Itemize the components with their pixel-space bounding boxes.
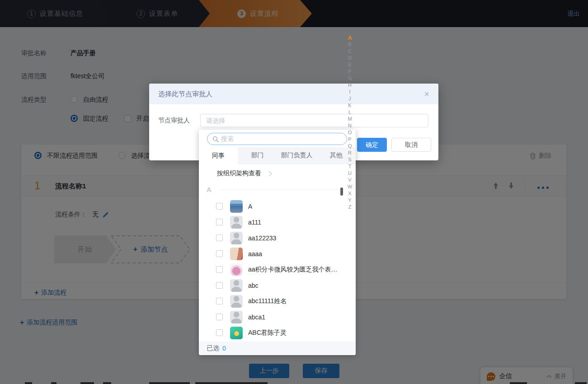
alphabet-index-letter[interactable]: N [345,122,355,129]
alphabet-index-letter[interactable]: R [345,150,355,156]
contact-list-item[interactable]: aa122233 [199,230,348,246]
alphabet-index: A B C D E F G H I J K L M N O P [345,34,355,211]
tab-colleagues[interactable]: 同事 [199,147,238,164]
section-letter: A [207,186,212,193]
contact-name: aa积分卡微风较为匮乏我个表格... [248,266,339,274]
search-icon [212,136,219,142]
contact-checkbox[interactable] [216,219,223,225]
confirm-button[interactable]: 确定 [357,138,387,152]
contact-checkbox[interactable] [216,266,223,273]
alphabet-index-letter[interactable]: Y [345,197,355,204]
search-placeholder: 搜索 [221,135,234,143]
alphabet-index-letter[interactable]: M [345,116,355,122]
alphabet-index-letter[interactable]: C [345,48,355,55]
alphabet-index-letter[interactable]: W [345,183,355,190]
screen: 1 设置基础信息 2 设置表单 3 设置流程 退出 审批名称 产品手册 适用范围… [0,0,588,384]
avatar [230,295,243,308]
alphabet-index-letter[interactable]: P [345,136,355,143]
alphabet-index-letter[interactable]: V [345,177,355,183]
contact-checkbox[interactable] [216,314,223,320]
avatar [230,279,243,292]
contact-name: abc11111姓名 [248,297,287,305]
alphabet-index-letter[interactable]: J [345,95,355,102]
contact-list: A a111 aa122233 aaaa [199,198,348,342]
alphabet-index-letter[interactable]: K [345,102,355,109]
contact-name: aa122233 [248,234,276,242]
contact-name: a111 [248,219,261,226]
alphabet-index-letter[interactable]: X [345,190,355,197]
cancel-button[interactable]: 取消 [391,138,431,152]
avatar [230,263,243,276]
alphabet-index-letter[interactable]: B [345,41,355,48]
contact-checkbox[interactable] [216,329,223,336]
alphabet-index-letter[interactable]: I [345,89,355,95]
avatar [230,216,243,229]
modal-header: 选择此节点审批人 × [149,84,438,104]
tab-departments[interactable]: 部门 [238,147,277,164]
contact-checkbox[interactable] [216,282,223,289]
contact-list-item[interactable]: aaaa [199,246,348,262]
node-approver-field-row: 节点审批人 [158,114,428,127]
contact-checkbox[interactable] [216,203,223,210]
avatar [230,232,243,244]
contact-list-item[interactable]: aa积分卡微风较为匮乏我个表格... [199,262,348,277]
approver-picker-dropdown: 搜索 同事 部门 部门负责人 其他 按组织架构查看 A A [199,130,356,355]
divider [220,189,338,190]
contact-list-item[interactable]: abc [199,277,348,293]
contact-checkbox[interactable] [216,298,223,304]
avatar [230,327,243,339]
avatar [230,311,243,323]
close-icon[interactable]: × [424,89,429,98]
alphabet-index-letter[interactable]: O [345,129,355,136]
scrollbar-thumb[interactable] [340,187,343,196]
contact-list-item[interactable]: A [199,198,348,214]
chevron-right-icon [268,171,272,177]
picker-footer: 已选 0 [199,342,356,355]
alphabet-index-letter[interactable]: Q [345,143,355,150]
alphabet-index-letter[interactable]: T [345,163,355,170]
contact-name: abca1 [248,314,265,321]
contact-list-item[interactable]: abc11111姓名 [199,293,348,309]
view-by-org-button[interactable]: 按组织架构查看 [217,169,272,178]
contact-checkbox[interactable] [216,250,223,257]
alphabet-index-letter[interactable]: H [345,82,355,89]
search-input[interactable]: 搜索 [207,133,347,145]
modal-title: 选择此节点审批人 [158,90,424,98]
contact-name: aaaa [248,250,262,258]
avatar [230,200,243,213]
node-approver-label: 节点审批人 [158,117,200,125]
alphabet-index-letter[interactable]: L [345,109,355,116]
avatar [230,248,243,260]
modal-actions: 确定 取消 [357,138,431,152]
section-header-A: A [207,186,338,193]
alphabet-index-letter[interactable]: F [345,68,355,75]
contact-list-item[interactable]: a111 [199,214,348,230]
selected-count: 0 [222,345,226,352]
contact-list-item[interactable]: ABC君陈子灵 [199,325,348,341]
alphabet-index-letter[interactable]: E [345,61,355,68]
alphabet-index-letter[interactable]: G [345,75,355,82]
list-scrollbar[interactable] [340,187,343,340]
contact-checkbox[interactable] [216,234,223,241]
contact-name: abc [248,282,259,289]
alphabet-index-letter[interactable]: Z [345,204,355,211]
contact-name: ABC君陈子灵 [248,329,287,337]
alphabet-index-letter[interactable]: D [345,55,355,61]
alphabet-index-letter[interactable]: S [345,156,355,163]
alphabet-index-letter[interactable]: U [345,170,355,177]
tab-department-heads[interactable]: 部门负责人 [277,147,316,164]
contact-list-item[interactable]: abca1 [199,309,348,325]
selected-label: 已选 [207,344,219,352]
picker-tabbar: 同事 部门 部门负责人 其他 [199,147,356,164]
contact-name: A [248,203,252,210]
alphabet-index-letter[interactable]: A [345,34,355,41]
node-approver-input[interactable] [200,114,428,127]
